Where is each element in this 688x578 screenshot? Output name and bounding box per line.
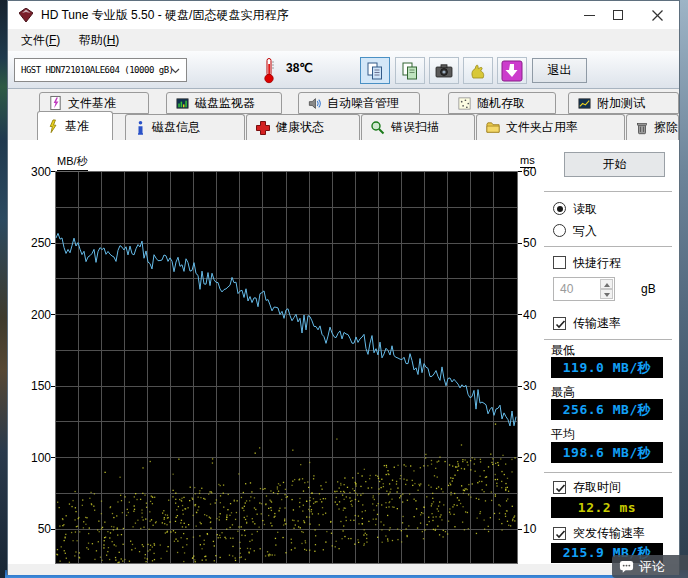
donate-button[interactable] <box>463 57 493 84</box>
benchmark-icon <box>46 118 60 135</box>
transfer-rate-checkbox[interactable] <box>553 317 566 330</box>
read-radio[interactable] <box>553 202 566 215</box>
y2-axis-label: 30 <box>523 379 553 393</box>
tab-disk-monitor[interactable]: 磁盘监视器 <box>166 92 282 114</box>
maximize-button[interactable] <box>603 1 633 29</box>
min-readout: 119.0 MB/秒 <box>551 357 663 378</box>
capacity-input[interactable]: 40 <box>553 277 615 301</box>
disk-monitor-icon <box>175 96 190 111</box>
trash-icon <box>635 120 649 136</box>
benchmark-chart <box>55 171 518 564</box>
left-axis-unit: MB/秒 <box>57 154 88 171</box>
tabstrip: 文件基准 磁盘监视器 自动噪音管理 随机存取 附加测试 基准 <box>8 89 679 140</box>
max-readout: 256.6 MB/秒 <box>551 399 663 420</box>
menu-help[interactable]: 帮助(H) <box>79 29 120 51</box>
menubar: 文件(F) 帮助(H) <box>8 29 679 51</box>
y2-axis-label: 60 <box>523 165 553 179</box>
y-axis-label: 50 <box>21 522 51 536</box>
titlebar: HD Tune 专业版 5.50 - 硬盘/固态硬盘实用程序 <box>8 1 679 29</box>
short-stroke-label: 快捷行程 <box>573 255 621 272</box>
desktop-wallpaper-right <box>680 0 688 578</box>
short-stroke-checkbox[interactable] <box>553 256 566 269</box>
desktop: HD Tune 专业版 5.50 - 硬盘/固态硬盘实用程序 文件(F) 帮助(… <box>0 0 688 578</box>
tab-random-access[interactable]: 随机存取 <box>448 92 556 114</box>
access-time-checkbox[interactable] <box>553 481 566 494</box>
info-icon <box>134 120 147 136</box>
speaker-icon <box>307 96 322 111</box>
download-button[interactable] <box>497 57 527 84</box>
access-time-label: 存取时间 <box>573 479 621 496</box>
temperature-value: 38℃ <box>286 61 313 75</box>
tab-error-scan[interactable]: 错误扫描 <box>361 114 475 140</box>
y2-axis-label: 10 <box>523 522 553 536</box>
transfer-rate-label: 传输速率 <box>573 315 621 332</box>
capacity-unit: gB <box>641 282 656 296</box>
magnifier-icon <box>370 120 386 136</box>
drive-select[interactable]: HGST HDN721010ALE604 (10000 gB) <box>14 58 187 82</box>
save-screenshot-button[interactable] <box>395 57 425 84</box>
exit-button[interactable]: 退出 <box>532 58 587 83</box>
folder-icon <box>485 120 501 135</box>
menu-file[interactable]: 文件(F) <box>21 29 60 51</box>
avg-readout: 198.6 MB/秒 <box>551 442 663 463</box>
burst-rate-label: 突发传输速率 <box>573 525 645 542</box>
write-radio[interactable] <box>553 224 566 237</box>
y-axis-label: 150 <box>21 379 51 393</box>
tab-aam[interactable]: 自动噪音管理 <box>298 92 420 114</box>
tab-health[interactable]: 健康状态 <box>246 114 360 140</box>
comment-badge[interactable]: 评论 <box>612 555 688 578</box>
camera-icon <box>434 61 454 81</box>
write-label: 写入 <box>573 223 597 240</box>
access-time-readout: 12.2 ms <box>551 497 663 518</box>
copy-icon <box>365 61 385 81</box>
y-axis-label: 300 <box>21 165 51 179</box>
app-icon <box>19 8 33 26</box>
y-axis-label: 250 <box>21 236 51 250</box>
random-access-icon <box>457 96 472 111</box>
health-cross-icon <box>255 120 271 136</box>
file-benchmark-icon <box>48 95 63 111</box>
thermometer-icon <box>261 57 277 88</box>
hdtune-window: HD Tune 专业版 5.50 - 硬盘/固态硬盘实用程序 文件(F) 帮助(… <box>7 0 680 575</box>
y-axis-label: 100 <box>21 451 51 465</box>
window-title: HD Tune 专业版 5.50 - 硬盘/固态硬盘实用程序 <box>41 1 288 29</box>
tab-folder-usage[interactable]: 文件夹占用率 <box>476 114 625 140</box>
y2-axis-label: 20 <box>523 451 553 465</box>
avg-label: 平均 <box>551 426 575 443</box>
download-icon <box>501 60 523 82</box>
capacity-stepper[interactable] <box>600 279 613 299</box>
window-bottom-strip <box>8 564 679 575</box>
chevron-down-icon <box>171 68 180 74</box>
copy-screenshot-button[interactable] <box>360 57 390 84</box>
read-label: 读取 <box>573 201 597 218</box>
start-button[interactable]: 开始 <box>564 152 665 177</box>
tab-benchmark[interactable]: 基准 <box>37 111 113 140</box>
burst-rate-checkbox[interactable] <box>553 527 566 540</box>
save-image-icon <box>400 61 420 81</box>
tab-disk-info[interactable]: 磁盘信息 <box>125 114 245 140</box>
y-axis-label: 200 <box>21 308 51 322</box>
hand-icon <box>468 61 488 81</box>
screenshot-button[interactable] <box>429 57 459 84</box>
tab-extra-tests[interactable]: 附加测试 <box>568 92 679 114</box>
comment-icon <box>619 559 634 574</box>
tab-erase[interactable]: 擦除 <box>626 114 679 140</box>
extra-tests-icon <box>577 96 592 111</box>
y2-axis-label: 50 <box>523 236 553 250</box>
close-button[interactable] <box>642 1 672 29</box>
toolbar: HGST HDN721010ALE604 (10000 gB) 38℃ <box>8 51 679 89</box>
minimize-button[interactable] <box>574 1 604 29</box>
y2-axis-label: 40 <box>523 308 553 322</box>
